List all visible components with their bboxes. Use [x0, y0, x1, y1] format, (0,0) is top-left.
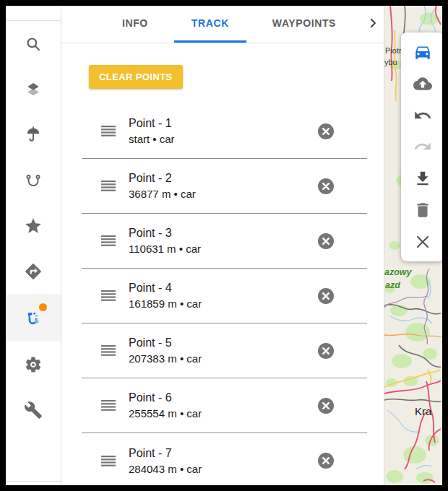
undo-button[interactable]	[413, 105, 433, 126]
tabbar: INFO TRACK WAYPOINTS	[61, 6, 384, 43]
drag-handle-icon[interactable]	[101, 456, 116, 466]
clear-points-button[interactable]: CLEAR POINTS	[89, 65, 183, 89]
drag-handle-icon[interactable]	[101, 235, 116, 246]
point-title: Point - 4	[129, 280, 318, 296]
delete-track-button[interactable]	[413, 200, 433, 220]
point-text: Point - 5 207383 m • car	[129, 335, 318, 366]
point-subtitle: 36877 m • car	[129, 186, 318, 201]
routing-mode-car-button[interactable]	[413, 42, 433, 62]
sidebar-item-tools[interactable]	[6, 387, 61, 433]
sidebar-item-settings[interactable]	[6, 342, 61, 387]
undo-icon	[413, 106, 432, 125]
tab-track[interactable]: TRACK	[174, 6, 246, 43]
delete-point-icon[interactable]	[318, 178, 334, 194]
drag-handle-icon[interactable]	[101, 345, 116, 356]
chevron-right-icon	[366, 17, 379, 32]
drag-handle-icon[interactable]	[101, 181, 116, 191]
points-list: Point - 1 start • car Point - 2 36877 m …	[82, 104, 367, 485]
drag-handle-icon[interactable]	[101, 290, 116, 301]
track-editor-toolbar	[401, 32, 442, 261]
wrench-icon	[24, 401, 43, 420]
delete-point-icon[interactable]	[318, 233, 334, 249]
point-subtitle: 207383 m • car	[129, 351, 318, 366]
notification-dot	[39, 303, 47, 311]
sidebar-item-directions[interactable]	[6, 248, 61, 294]
cloud-upload-icon	[413, 74, 432, 93]
tabs-overflow-button[interactable]	[362, 6, 384, 43]
point-row: Point - 5 207383 m • car	[82, 323, 367, 378]
point-text: Point - 3 110631 m • car	[129, 225, 318, 256]
app-window: INFO TRACK WAYPOINTS CLEAR POINTS Point …	[6, 6, 442, 485]
directions-icon	[24, 262, 43, 281]
umbrella-icon	[24, 126, 43, 144]
point-subtitle: 284043 m • car	[129, 461, 318, 477]
map-view[interactable]: Piotr ybu azowy azd Kra	[384, 6, 442, 485]
point-subtitle: 161859 m • car	[129, 296, 318, 311]
delete-point-icon[interactable]	[318, 453, 334, 469]
sidebar-item-track-editor[interactable]	[6, 294, 61, 342]
car-icon	[413, 43, 432, 61]
map-label-park-1: azowy	[384, 267, 413, 277]
point-subtitle: 110631 m • car	[129, 241, 318, 256]
point-title: Point - 3	[129, 225, 318, 241]
sidebar-scroll-area	[6, 20, 61, 482]
map-label-park-2: azd	[385, 280, 400, 290]
download-icon	[413, 169, 432, 188]
point-text: Point - 2 36877 m • car	[129, 170, 318, 201]
point-row: Point - 2 36877 m • car	[82, 159, 367, 214]
route-icon	[24, 171, 43, 190]
star-icon	[24, 217, 43, 235]
redo-icon	[413, 137, 432, 156]
delete-point-icon[interactable]	[318, 343, 334, 359]
gear-icon	[24, 355, 43, 374]
track-editor-icon	[24, 308, 43, 327]
trash-icon	[413, 201, 432, 220]
point-title: Point - 1	[129, 116, 318, 131]
point-title: Point - 5	[129, 335, 318, 351]
sidebar-item-favorites[interactable]	[6, 203, 61, 248]
map-label-city-top-2: ybu	[384, 58, 397, 66]
delete-point-icon[interactable]	[318, 398, 334, 414]
left-sidebar	[6, 6, 61, 485]
point-text: Point - 1 start • car	[129, 116, 318, 147]
point-row: Point - 7 284043 m • car	[82, 433, 367, 485]
point-row: Point - 4 161859 m • car	[82, 269, 367, 323]
redo-button[interactable]	[413, 136, 433, 157]
delete-point-icon[interactable]	[318, 288, 334, 304]
search-icon	[24, 35, 43, 53]
drag-handle-icon[interactable]	[101, 400, 116, 411]
drag-handle-icon[interactable]	[101, 126, 116, 136]
track-panel: INFO TRACK WAYPOINTS CLEAR POINTS Point …	[61, 6, 384, 485]
close-icon	[413, 233, 432, 251]
tab-info[interactable]: INFO	[105, 6, 165, 43]
upload-track-button[interactable]	[413, 74, 433, 94]
close-editor-button[interactable]	[413, 232, 433, 252]
sidebar-item-weather[interactable]	[6, 112, 61, 157]
sidebar-item-tracks[interactable]	[6, 157, 61, 203]
tab-waypoints[interactable]: WAYPOINTS	[255, 6, 353, 43]
point-subtitle: start • car	[129, 131, 318, 147]
delete-point-icon[interactable]	[318, 123, 334, 139]
download-track-button[interactable]	[413, 168, 433, 188]
point-title: Point - 2	[129, 170, 318, 186]
point-title: Point - 6	[129, 390, 318, 406]
point-text: Point - 7 284043 m • car	[129, 446, 318, 477]
point-row: Point - 3 110631 m • car	[82, 214, 367, 269]
point-text: Point - 6 255554 m • car	[129, 390, 318, 421]
layers-icon	[24, 80, 43, 99]
map-label-city-bottom: Kra	[415, 405, 432, 417]
sidebar-item-layers[interactable]	[6, 66, 61, 112]
map-label-city-top-1: Piotr	[385, 46, 402, 55]
sidebar-item-search[interactable]	[6, 21, 61, 66]
point-row: Point - 1 start • car	[82, 104, 367, 159]
point-title: Point - 7	[129, 446, 318, 461]
point-text: Point - 4 161859 m • car	[129, 280, 318, 311]
point-subtitle: 255554 m • car	[129, 406, 318, 421]
point-row: Point - 6 255554 m • car	[82, 378, 367, 433]
track-tab-content: CLEAR POINTS Point - 1 start • car	[61, 43, 384, 485]
